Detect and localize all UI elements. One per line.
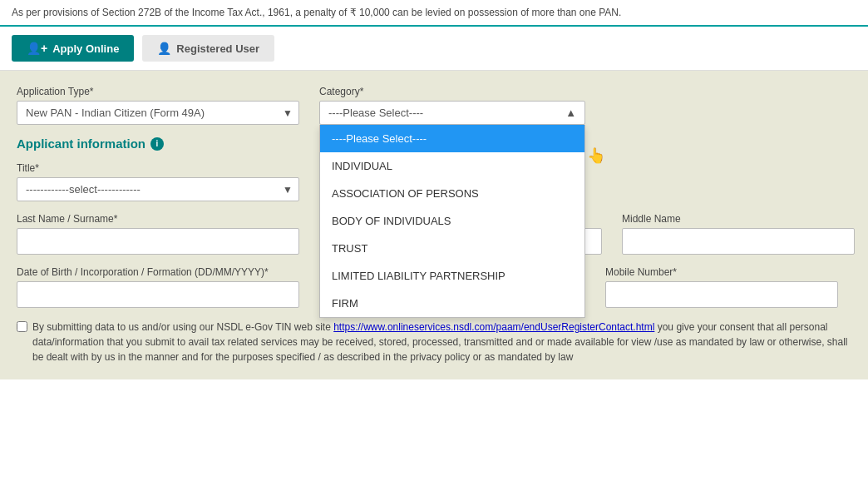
- category-label: Category*: [319, 86, 585, 97]
- apply-online-label: Apply Online: [52, 42, 119, 55]
- category-selected-text: ----Please Select----: [328, 107, 423, 119]
- consent-text: By submitting data to us and/or using ou…: [32, 320, 851, 364]
- warning-bar: As per provisions of Section 272B of the…: [0, 0, 868, 27]
- category-dropdown: ----Please Select---- INDIVIDUAL ASSOCIA…: [319, 125, 585, 318]
- registered-user-icon: 👤: [157, 42, 171, 55]
- warning-text: As per provisions of Section 272B of the…: [12, 7, 621, 18]
- consent-row: By submitting data to us and/or using ou…: [17, 320, 851, 364]
- category-option-association[interactable]: ASSOCIATION OF PERSONS: [320, 180, 584, 207]
- application-type-dropdown-wrapper: New PAN - Indian Citizen (Form 49A) New …: [17, 101, 299, 125]
- category-group: Category* ----Please Select---- ▲ ----Pl…: [319, 86, 585, 125]
- consent-text-before-link: By submitting data to us and/or using ou…: [32, 321, 333, 333]
- title-select[interactable]: ------------select------------ Shri Smt …: [17, 177, 299, 201]
- tab-bar: 👤+ Apply Online 👤 Registered User: [0, 27, 868, 71]
- app-type-category-row: Application Type* New PAN - Indian Citiz…: [17, 86, 851, 125]
- applicant-info-title: Applicant information: [17, 136, 145, 151]
- registered-user-tab[interactable]: 👤 Registered User: [142, 35, 274, 62]
- last-name-group: Last Name / Surname*: [17, 213, 299, 255]
- form-area: Application Type* New PAN - Indian Citiz…: [0, 71, 868, 379]
- middle-name-input[interactable]: [622, 228, 855, 255]
- applicant-info-icon[interactable]: i: [150, 137, 164, 151]
- dob-input[interactable]: [17, 281, 299, 308]
- consent-link[interactable]: https://www.onlineservices.nsdl.com/paam…: [333, 321, 654, 333]
- category-option-trust[interactable]: TRUST: [320, 235, 584, 262]
- middle-name-group: Middle Name: [622, 213, 855, 255]
- category-container: ----Please Select---- ▲ ----Please Selec…: [319, 101, 585, 125]
- registered-user-label: Registered User: [176, 42, 259, 55]
- category-option-please-select[interactable]: ----Please Select----: [320, 125, 584, 152]
- category-display[interactable]: ----Please Select---- ▲: [319, 101, 585, 125]
- application-type-label: Application Type*: [17, 86, 299, 97]
- mobile-label: Mobile Number*: [605, 266, 838, 278]
- title-dropdown-wrapper: ------------select------------ Shri Smt …: [17, 177, 299, 201]
- application-type-group: Application Type* New PAN - Indian Citiz…: [17, 86, 299, 125]
- last-name-label: Last Name / Surname*: [17, 213, 299, 225]
- middle-name-label: Middle Name: [622, 213, 855, 225]
- application-type-select[interactable]: New PAN - Indian Citizen (Form 49A) New …: [17, 101, 299, 125]
- consent-checkbox[interactable]: [17, 321, 27, 332]
- mobile-group: Mobile Number*: [605, 266, 838, 308]
- category-option-firm[interactable]: FIRM: [320, 290, 584, 317]
- apply-online-tab[interactable]: 👤+ Apply Online: [12, 35, 134, 62]
- dob-label: Date of Birth / Incorporation / Formatio…: [17, 266, 299, 278]
- title-group: Title* ------------select------------ Sh…: [17, 162, 299, 201]
- title-label: Title*: [17, 162, 299, 174]
- last-name-input[interactable]: [17, 228, 299, 255]
- category-arrow-up: ▲: [565, 107, 576, 119]
- category-option-individual[interactable]: INDIVIDUAL: [320, 152, 584, 180]
- apply-online-icon: 👤+: [27, 42, 47, 55]
- mobile-input[interactable]: [605, 281, 838, 308]
- category-option-llp[interactable]: LIMITED LIABILITY PARTNERSHIP: [320, 262, 584, 290]
- category-option-body[interactable]: BODY OF INDIVIDUALS: [320, 207, 584, 235]
- dob-group: Date of Birth / Incorporation / Formatio…: [17, 266, 299, 308]
